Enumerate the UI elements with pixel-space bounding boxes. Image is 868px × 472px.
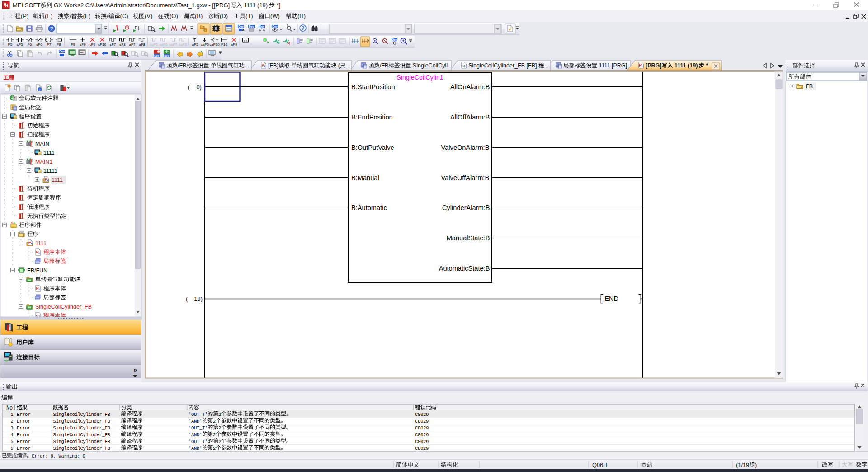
- svg-text:'OUT_T': 'OUT_T': [189, 412, 208, 417]
- svg-text:1111: 1111: [52, 177, 63, 183]
- svg-text:6: 6: [10, 446, 13, 451]
- svg-text:sF8: sF8: [119, 43, 126, 47]
- svg-text:aF5: aF5: [192, 43, 198, 47]
- svg-text:1111 (19): 1111 (19): [673, 62, 698, 69]
- svg-text:(P): (P): [21, 13, 28, 19]
- svg-text:[PRG]: [PRG]: [646, 62, 661, 69]
- svg-text:0): 0): [196, 84, 202, 91]
- svg-text:(: (: [186, 296, 188, 302]
- svg-text:11111: 11111: [43, 168, 57, 174]
- svg-text:(: (: [336, 62, 340, 69]
- svg-text:1111: 1111: [43, 150, 55, 156]
- svg-text:C8029: C8029: [415, 439, 429, 444]
- svg-text:F8: F8: [57, 43, 61, 47]
- svg-text:Error: Error: [17, 425, 30, 431]
- svg-text:saF6: saF6: [160, 43, 168, 47]
- svg-text:caF10: caF10: [209, 43, 220, 47]
- svg-text:Error: Error: [17, 446, 30, 451]
- svg-text:saF5: saF5: [150, 43, 158, 47]
- svg-text:Dev: Dev: [392, 38, 397, 41]
- svg-text:B:EndPosition: B:EndPosition: [351, 114, 393, 121]
- svg-text:1111 [PRG]: 1111 [PRG]: [597, 62, 627, 69]
- svg-text:No.: No.: [6, 405, 16, 411]
- svg-text:(F): (F): [83, 13, 91, 19]
- svg-text:2: 2: [218, 412, 221, 417]
- svg-text:C8029: C8029: [415, 432, 429, 438]
- svg-text:SingleCoilCylin1: SingleCoilCylin1: [396, 74, 443, 81]
- svg-text:(T): (T): [245, 13, 253, 19]
- svg-text:3: 3: [10, 425, 13, 431]
- svg-text:(W): (W): [270, 13, 280, 19]
- svg-text:AutomaticState:B: AutomaticState:B: [439, 265, 490, 272]
- svg-text:F5: F5: [8, 43, 13, 47]
- svg-text:...: ...: [544, 62, 548, 69]
- svg-text:(H): (H): [297, 13, 306, 19]
- svg-text:Error: 9, Warning: 0: Error: 9, Warning: 0: [32, 454, 85, 459]
- svg-text:ManualState:B: ManualState:B: [447, 234, 490, 242]
- svg-text:Error: Error: [17, 412, 30, 417]
- svg-text:/FB: /FB: [380, 62, 388, 69]
- svg-text:ST: ST: [244, 39, 247, 42]
- svg-text:saF7: saF7: [169, 43, 177, 47]
- svg-text:F6: F6: [28, 43, 32, 47]
- svg-text:): ): [755, 462, 757, 468]
- svg-text:...: ...: [245, 62, 249, 69]
- svg-text:SingleCoilCyli...: SingleCoilCyli...: [411, 62, 452, 69]
- svg-text:(: (: [188, 84, 190, 91]
- svg-text:SingleCoilCylinder_FB: SingleCoilCylinder_FB: [53, 439, 110, 444]
- svg-text:MAIN1: MAIN1: [35, 159, 52, 165]
- svg-text:'AND': 'AND': [189, 432, 202, 438]
- svg-text:?: ?: [302, 25, 304, 31]
- svg-text:C8029: C8029: [415, 446, 429, 451]
- svg-text:caF5: caF5: [201, 43, 209, 47]
- svg-text:'OUT_T': 'OUT_T': [189, 439, 208, 444]
- svg-text:ValveOffAlarm:B: ValveOffAlarm:B: [441, 174, 490, 181]
- svg-text:/: /: [70, 13, 71, 19]
- svg-text:18): 18): [194, 296, 203, 302]
- svg-text:B:Manual: B:Manual: [351, 174, 379, 181]
- svg-text:/FB: /FB: [178, 62, 186, 69]
- svg-text:GX Works2 C:\Users\Administrat: GX Works2 C:\Users\Administrator\Documen…: [52, 2, 230, 9]
- svg-text:AllOffAlarm:B: AllOffAlarm:B: [450, 114, 490, 121]
- svg-text:(1/19: (1/19: [736, 462, 749, 468]
- svg-text:aF9: aF9: [231, 43, 237, 47]
- svg-text:aF8: aF8: [139, 43, 145, 47]
- svg-text:i: i: [39, 87, 40, 91]
- svg-text:2: 2: [218, 425, 221, 431]
- svg-text:SingleCoilCylinder_FB [FB]: SingleCoilCylinder_FB [FB]: [468, 62, 538, 69]
- svg-text:F9: F9: [71, 43, 75, 47]
- svg-text:2: 2: [213, 432, 216, 438]
- svg-text:5: 5: [10, 439, 13, 444]
- svg-text:SingleCoilCylinder_FB: SingleCoilCylinder_FB: [53, 425, 110, 431]
- svg-text:1: 1: [10, 412, 13, 417]
- svg-text:SingleCoilCylinder_FB: SingleCoilCylinder_FB: [53, 446, 110, 451]
- svg-text:1111: 1111: [35, 240, 47, 247]
- svg-text:2: 2: [218, 439, 221, 444]
- svg-text:?: ?: [50, 26, 53, 31]
- svg-text:(D): (D): [220, 13, 228, 19]
- svg-text:4: 4: [10, 432, 13, 438]
- svg-text:MELSOFT: MELSOFT: [13, 2, 40, 9]
- svg-text:Dev: Dev: [59, 50, 65, 53]
- svg-text:HK: HK: [80, 51, 84, 54]
- svg-text:Error: Error: [17, 439, 30, 444]
- svg-text:SingleCoilCylinder_FB: SingleCoilCylinder_FB: [53, 432, 110, 438]
- svg-text:FB/FUN: FB/FUN: [27, 267, 47, 274]
- svg-text:(B): (B): [195, 13, 203, 19]
- svg-text:Error: Error: [17, 419, 30, 424]
- svg-text:'AND': 'AND': [189, 446, 202, 451]
- svg-text:aF7: aF7: [129, 43, 136, 47]
- svg-text:*: *: [704, 62, 708, 69]
- svg-text:B:StartPosition: B:StartPosition: [351, 83, 395, 91]
- svg-text:Q06H: Q06H: [592, 462, 607, 468]
- svg-text:1111 (19): 1111 (19): [242, 2, 268, 9]
- svg-text:sF7: sF7: [110, 43, 116, 47]
- svg-text:F10: F10: [221, 43, 227, 47]
- svg-text:B:OutPutValve: B:OutPutValve: [351, 144, 394, 151]
- svg-text:Dev: Dev: [272, 25, 278, 28]
- svg-text:C8029: C8029: [415, 412, 429, 417]
- svg-text:MAIN: MAIN: [35, 141, 49, 147]
- svg-text:CylinderAlarm:B: CylinderAlarm:B: [442, 204, 490, 211]
- svg-text:Dev: Dev: [238, 25, 244, 28]
- svg-text:Dev: Dev: [164, 54, 169, 57]
